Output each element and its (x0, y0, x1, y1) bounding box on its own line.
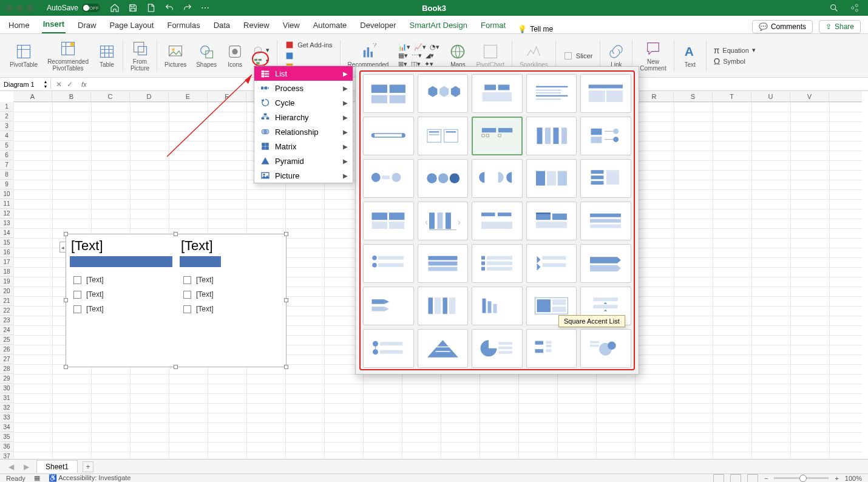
smartart-item[interactable]: [Text] (180, 290, 282, 299)
row-header[interactable]: 16 (0, 248, 13, 257)
table-button[interactable]: Table (95, 35, 119, 76)
status-accessibility[interactable]: ♿ Accessibility: Investigate (49, 474, 131, 482)
text-button[interactable]: AText (678, 35, 702, 76)
row-header[interactable]: 6 (0, 151, 13, 160)
resize-handle[interactable] (64, 365, 68, 369)
share-button[interactable]: ⇪Share (819, 20, 861, 33)
slicer-button[interactable]: Slicer (563, 51, 593, 61)
gallery-item-30[interactable] (363, 329, 414, 368)
smartart-header-2[interactable]: [Text] (180, 237, 282, 256)
row-header[interactable]: 28 (0, 364, 13, 374)
zoom-value[interactable]: 100% (845, 475, 862, 482)
category-cycle[interactable]: Cycle▶ (254, 95, 353, 110)
gallery-item-24[interactable] (580, 244, 631, 283)
row-header[interactable]: 35 (0, 432, 13, 442)
icons-button[interactable]: Icons (223, 35, 247, 76)
row-header[interactable]: 5 (0, 141, 13, 151)
zoom-slider[interactable] (774, 477, 829, 479)
zoom-in[interactable]: + (835, 475, 838, 482)
row-header[interactable]: 34 (0, 423, 13, 432)
row-header[interactable]: 33 (0, 413, 13, 423)
row-header[interactable]: 32 (0, 403, 13, 413)
gallery-item-17[interactable] (472, 202, 523, 240)
smartart-item[interactable]: [Text] (70, 276, 172, 284)
sheet-nav-prev[interactable]: ◀ (6, 463, 16, 471)
undo-icon[interactable] (164, 3, 174, 13)
smartart-text-pane-toggle[interactable]: ◂ (59, 242, 66, 253)
category-hierarchy[interactable]: Hierarchy▶ (254, 110, 353, 124)
gallery-item-34[interactable] (580, 329, 631, 368)
row-header[interactable]: 3 (0, 121, 13, 131)
row-header[interactable]: 9 (0, 180, 13, 189)
gallery-item-14[interactable] (580, 159, 631, 198)
shapes-button[interactable]: Shapes (192, 35, 220, 76)
tab-view[interactable]: View (282, 17, 301, 33)
row-header[interactable]: 23 (0, 316, 13, 325)
row-header[interactable]: 29 (0, 374, 13, 384)
row-header[interactable]: 14 (0, 228, 13, 238)
gallery-item-19[interactable] (580, 202, 631, 240)
home-icon[interactable] (110, 3, 120, 13)
smartart-item[interactable]: [Text] (180, 305, 282, 313)
pivottable-button[interactable]: PivotTable (6, 35, 41, 76)
gallery-item-22[interactable] (472, 244, 523, 283)
resize-handle[interactable] (284, 232, 288, 236)
category-pyramid[interactable]: Pyramid▶ (254, 154, 353, 168)
gallery-item-2[interactable] (472, 74, 523, 113)
row-header[interactable]: 25 (0, 335, 13, 345)
chart-hier[interactable]: ▦▾ (398, 52, 408, 59)
gallery-item-27[interactable] (472, 287, 523, 325)
row-headers[interactable]: 1234567891011121314151617181920212223242… (0, 102, 13, 459)
resize-handle[interactable] (284, 365, 288, 369)
pictures-button[interactable]: Pictures (161, 35, 190, 76)
zoom-window[interactable] (27, 5, 33, 12)
resize-handle[interactable] (284, 298, 288, 302)
autosave-switch[interactable]: OFF (82, 4, 100, 12)
gallery-item-20[interactable] (363, 244, 414, 283)
row-header[interactable]: 37 (0, 452, 13, 459)
tab-data[interactable]: Data (212, 17, 231, 33)
fx-label[interactable]: fx (78, 81, 87, 88)
status-macro-icon[interactable]: ▦ (34, 474, 40, 482)
add-sheet-button[interactable]: + (83, 461, 93, 472)
tab-page-layout[interactable]: Page Layout (108, 17, 155, 33)
row-header[interactable]: 30 (0, 384, 13, 393)
autosave-toggle[interactable]: AutoSave OFF (47, 4, 100, 12)
resize-handle[interactable] (64, 298, 68, 302)
gallery-item-9[interactable] (580, 117, 631, 155)
row-header[interactable]: 10 (0, 189, 13, 199)
name-box[interactable]: Diagram 1▴▾ (0, 80, 51, 89)
smartart-header-1[interactable]: [Text] (70, 237, 172, 256)
row-header[interactable]: 24 (0, 325, 13, 335)
tab-home[interactable]: Home (7, 17, 31, 33)
equation-button[interactable]: π Equation ▾ (714, 46, 756, 55)
chart-area[interactable]: ◢▾ (426, 52, 434, 59)
gallery-item-4[interactable] (580, 74, 631, 113)
row-header[interactable]: 4 (0, 131, 13, 141)
gallery-item-10[interactable] (363, 159, 414, 198)
tab-draw[interactable]: Draw (76, 17, 97, 33)
row-header[interactable]: 12 (0, 209, 13, 219)
gallery-item-12[interactable] (472, 159, 523, 198)
tab-automate[interactable]: Automate (312, 17, 348, 33)
namebox-stepper[interactable]: ▴▾ (44, 80, 47, 89)
save-icon[interactable] (128, 3, 138, 13)
gallery-item-7[interactable] (472, 117, 523, 155)
chart-pie[interactable]: ◔▾ (430, 43, 439, 51)
resize-handle[interactable] (64, 232, 68, 236)
gallery-item-21[interactable] (418, 244, 469, 283)
minimize-window[interactable] (16, 5, 23, 12)
row-header[interactable]: 2 (0, 112, 13, 121)
smartart-object[interactable]: ◂ [Text] [Text] [Text] [Text] [Text] [Te… (66, 234, 287, 367)
gallery-item-26[interactable] (418, 287, 469, 325)
row-header[interactable]: 8 (0, 170, 13, 180)
from-picture-button[interactable]: From Picture (127, 35, 153, 76)
tab-format[interactable]: Format (480, 17, 507, 33)
sheet-tab-sheet1[interactable]: Sheet1 (36, 460, 78, 473)
export-icon[interactable] (146, 3, 156, 13)
row-header[interactable]: 20 (0, 287, 13, 296)
row-header[interactable]: 36 (0, 442, 13, 452)
gallery-item-8[interactable] (526, 117, 577, 155)
chart-bar[interactable]: 📊▾ (398, 43, 410, 51)
redo-icon[interactable] (183, 3, 192, 13)
